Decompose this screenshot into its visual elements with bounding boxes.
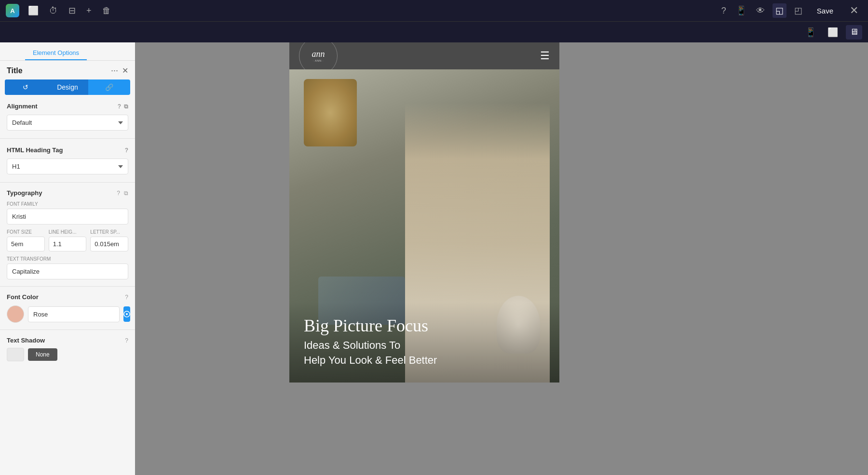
font-family-label: FONT FAMILY <box>7 201 128 207</box>
panel-title-row: Title ··· ✕ <box>0 61 135 79</box>
hamburger-menu[interactable]: ☰ <box>540 50 550 62</box>
svg-point-1 <box>126 313 128 315</box>
element-options-tab[interactable]: Element Options <box>25 46 87 60</box>
design-tabs: ↺ Design 🔗 <box>5 79 130 95</box>
design-tab[interactable]: Design <box>47 79 89 95</box>
letter-spacing-input[interactable] <box>90 237 128 251</box>
logo-text: ann <box>312 50 325 59</box>
page-icon-2[interactable]: ◰ <box>792 3 804 18</box>
font-color-header: Font Color ? <box>7 293 128 301</box>
panel-more-button[interactable]: ··· <box>111 66 118 76</box>
site-navigation: ann · ANN · ☰ <box>289 42 559 69</box>
font-metrics-row: FONT SIZE LINE HEIG... LETTER SP... <box>7 229 128 251</box>
hero-overlay: Big Picture Focus Ideas & Solutions To H… <box>289 302 559 383</box>
save-button[interactable]: Save <box>810 4 840 18</box>
hero-title: Big Picture Focus <box>304 317 545 336</box>
element-tab[interactable] <box>6 46 21 60</box>
font-size-field: FONT SIZE <box>7 229 45 251</box>
text-shadow-color-swatch[interactable] <box>7 348 24 361</box>
page-icon-1[interactable]: ◱ <box>773 3 787 18</box>
color-picker-icon <box>123 311 130 317</box>
alignment-header: Alignment ? ⧉ <box>7 103 128 110</box>
hero-subtitle-line2: Help You Look & Feel Better <box>304 353 545 368</box>
panel-title: Title <box>7 66 23 75</box>
heading-tag-info-icon[interactable]: ? <box>125 147 128 154</box>
layers-icon[interactable]: ⊟ <box>67 3 78 18</box>
color-swatch[interactable] <box>7 305 24 323</box>
font-color-label: Font Color <box>7 293 39 301</box>
font-size-label: FONT SIZE <box>7 229 45 235</box>
typography-actions: ? ⧉ <box>117 190 128 197</box>
text-shadow-controls: None <box>7 348 128 361</box>
refresh-tab[interactable]: ↺ <box>5 79 47 95</box>
top-bar-left: A ⬜ ⏱ ⊟ + 🗑 <box>6 3 113 18</box>
typography-header: Typography ? ⧉ <box>7 189 128 197</box>
add-icon[interactable]: + <box>84 4 94 18</box>
text-transform-label: TEXT TRANSFORM <box>7 256 128 262</box>
hero-subtitle-line1: Ideas & Solutions To <box>304 338 545 353</box>
hero-lamp-decoration <box>304 79 357 146</box>
left-panel: Element Options Title ··· ✕ ↺ Design 🔗 A… <box>0 42 135 475</box>
heading-tag-header: HTML Heading Tag ? <box>7 146 128 154</box>
typography-copy-icon[interactable]: ⧉ <box>124 190 128 197</box>
alignment-info-icon[interactable]: ? <box>118 103 121 110</box>
line-height-label: LINE HEIG... <box>49 229 87 235</box>
top-bar-right: ? 📱 👁 ◱ ◰ Save ✕ <box>719 2 862 19</box>
typography-label: Typography <box>7 189 42 197</box>
app-logo[interactable]: A <box>6 4 19 17</box>
panel-close-button[interactable]: ✕ <box>122 66 128 75</box>
logo-subtext: · ANN · <box>312 59 325 63</box>
heading-tag-select[interactable]: H1 H2 H3 H4 H5 H6 <box>7 158 128 174</box>
right-area <box>714 42 868 475</box>
text-shadow-section: Text Shadow ? None <box>0 330 135 368</box>
line-height-field: LINE HEIG... <box>49 229 87 251</box>
font-size-input[interactable] <box>7 237 45 251</box>
desktop-device-icon[interactable]: 🖥 <box>846 25 862 40</box>
letter-spacing-label: LETTER SP... <box>90 229 128 235</box>
typography-section: Typography ? ⧉ FONT FAMILY Kristi FONT S… <box>0 183 135 287</box>
main-area: Element Options Title ··· ✕ ↺ Design 🔗 A… <box>0 42 868 475</box>
second-toolbar: 📱 ⬜ 🖥 <box>0 21 868 42</box>
text-shadow-none-button[interactable]: None <box>28 348 57 361</box>
text-transform-input[interactable] <box>7 264 128 279</box>
link-tab[interactable]: 🔗 <box>88 79 130 95</box>
mobile-device-icon[interactable]: 📱 <box>801 25 820 40</box>
typography-info-icon[interactable]: ? <box>117 190 120 197</box>
text-shadow-header: Text Shadow ? <box>7 337 128 344</box>
letter-spacing-field: LETTER SP... <box>90 229 128 251</box>
mobile-icon[interactable]: 📱 <box>734 3 748 18</box>
panel-header-tabs: Element Options <box>0 42 135 61</box>
template-icon[interactable]: ⬜ <box>26 3 41 18</box>
font-color-section: Font Color ? <box>0 287 135 330</box>
top-toolbar: A ⬜ ⏱ ⊟ + 🗑 ? 📱 👁 ◱ ◰ Save ✕ <box>0 0 868 21</box>
text-shadow-info-icon[interactable]: ? <box>125 337 128 344</box>
text-shadow-label: Text Shadow <box>7 337 45 344</box>
trash-icon[interactable]: 🗑 <box>100 4 113 18</box>
canvas-area: ann · ANN · ☰ Big Picture Focus Ideas & … <box>135 42 714 475</box>
line-height-input[interactable] <box>49 237 87 251</box>
alignment-copy-icon[interactable]: ⧉ <box>124 103 128 110</box>
font-color-info-icon[interactable]: ? <box>125 294 128 301</box>
close-button[interactable]: ✕ <box>846 2 862 19</box>
history-icon[interactable]: ⏱ <box>47 4 60 18</box>
help-icon[interactable]: ? <box>719 4 728 18</box>
hero-section: Big Picture Focus Ideas & Solutions To H… <box>289 69 559 383</box>
tablet-device-icon[interactable]: ⬜ <box>824 25 842 40</box>
font-family-input[interactable]: Kristi <box>7 209 128 224</box>
panel-title-actions: ··· ✕ <box>111 66 128 76</box>
alignment-select[interactable]: Default Left Center Right <box>7 115 128 131</box>
alignment-section: Alignment ? ⧉ Default Left Center Right <box>0 95 135 139</box>
hero-subtitle: Ideas & Solutions To Help You Look & Fee… <box>304 338 545 368</box>
color-input-row <box>7 305 128 323</box>
website-preview: ann · ANN · ☰ Big Picture Focus Ideas & … <box>289 42 559 383</box>
heading-tag-section: HTML Heading Tag ? H1 H2 H3 H4 H5 H6 <box>0 139 135 183</box>
alignment-label: Alignment <box>7 103 38 110</box>
color-picker-button[interactable] <box>123 306 130 322</box>
device-switcher: 📱 ⬜ 🖥 <box>801 25 862 40</box>
heading-tag-label: HTML Heading Tag <box>7 146 63 154</box>
eye-icon[interactable]: 👁 <box>754 4 767 18</box>
color-name-input[interactable] <box>28 306 120 322</box>
